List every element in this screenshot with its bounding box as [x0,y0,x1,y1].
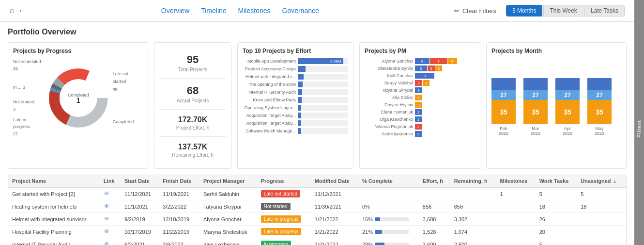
pm-bars-6: 3 [415,102,422,108]
top-navigation: ⌂ ← Overview Timeline Milestones Governa… [0,0,634,22]
page-title: Portfolio Overview [8,28,627,36]
cell-link-4[interactable]: 👁 [100,238,121,245]
progress-bg-2 [375,217,409,221]
cell-remaining-2: 3,302 [450,213,496,226]
col-finish-date[interactable]: Finish Date [159,175,199,187]
cell-milestones-1 [496,200,535,213]
cell-unassigned-2 [577,213,626,226]
cell-pct-0 [358,187,419,200]
top10-label-3: The opening of the store [243,82,296,87]
donut-chart: Completed 1 [47,66,109,130]
pm-bar-10-0: 2 [415,131,422,137]
top10-bars: Mobile App Development 0.08M Product Acc… [243,58,348,134]
month-bar-2: 27 35 [555,78,580,124]
col-link[interactable]: Link [100,175,121,187]
label-not-started-val: 3 [13,106,44,113]
cell-progress-3: Late in progress [257,226,311,238]
col-project-name[interactable]: Project Name [8,175,100,187]
main-content: Portfolio Overview Projects by Progress … [0,22,634,245]
col-pct-complete[interactable]: % Complete [358,175,419,187]
top10-label-4: Internal IT Security Audit [243,90,296,95]
nav-overview[interactable]: Overview [161,7,189,15]
month-col-0: 27 35 Feb2022 [491,78,516,136]
pm-name-5: Alla Stoliar [365,95,413,100]
cell-link-1[interactable]: 👁 [100,200,121,213]
top10-label-1: Product Accessory Design [243,66,296,71]
cell-name-1: Heating system for helmets [8,200,100,213]
filters-label: Filters [636,120,642,138]
status-badge-1: Not started [261,203,291,210]
cell-link-3[interactable]: 👁 [100,226,121,238]
pm-bars-7: 2 [415,109,422,115]
link-icon-4[interactable]: 👁 [104,241,110,245]
pm-bars-10: 2 [415,131,422,137]
stat-remaining: 137.57K Remaining Effort, h [159,137,226,163]
col-tasks[interactable]: Work Tasks [536,175,577,187]
link-icon-2[interactable]: 👁 [104,215,110,223]
label-late-not-started: Late not started [113,70,143,85]
nav-timeline[interactable]: Timeline [201,7,226,15]
top10-row-8: Acquisition Target Analy... [243,120,348,126]
cell-link-2[interactable]: 👁 [100,213,121,226]
col-effort[interactable]: Effort, h [419,175,450,187]
top10-row-3: The opening of the store [243,82,348,87]
top10-label-7: Acquisition Target Analy... [243,113,296,118]
table-row: Internal IT Security Audit 👁 6/2/2021 3/… [8,238,626,245]
nav-governance[interactable]: Governance [282,7,319,15]
status-badge-0: Late not started [261,190,301,197]
filters-panel[interactable]: Filters [634,0,644,245]
col-start-date[interactable]: Start Date [121,175,159,187]
cell-finish-4: 3/8/2022 [159,238,199,245]
progress-chart-title: Projects by Progress [13,48,143,54]
cell-tasks-4: 5 [536,238,577,245]
col-modified[interactable]: Modified Date [311,175,358,187]
clear-filters-icon: ✏ [454,7,460,15]
top10-label-2: Helmet with integrated s... [243,74,296,79]
month-seg-1-bot: 35 [523,100,548,124]
cell-pct-4: 28% [358,238,419,245]
cell-progress-0: Late not started [257,187,311,200]
pm-bars-3: 3 2 [415,80,429,86]
clear-filters-button[interactable]: ✏ Clear Filters [454,7,496,15]
filter-late-tasks[interactable]: Late Tasks [584,5,625,16]
month-seg-3-top [587,78,612,90]
cell-modified-3: 1/21/2022 [311,226,358,238]
month-col-1: 27 35 Mar2022 [523,78,548,136]
nav-links: Overview Timeline Milestones Governance [36,7,445,15]
home-icon[interactable]: ⌂ [10,6,15,15]
cell-name-2: Helmet with integrated sunvisor [8,213,100,226]
cell-effort-3: 1,528 [419,226,450,238]
month-seg-3-mid: 27 [587,90,612,100]
pm-name-8: Olga Kravchenko [365,117,413,122]
cell-start-0: 11/12/2021 [121,187,159,200]
col-milestones[interactable]: Milestones [496,175,535,187]
link-icon-1[interactable]: 👁 [104,203,110,210]
col-unassigned[interactable]: Unassigned ▲ [577,175,626,187]
col-remaining[interactable]: Remaining, h [450,175,496,187]
cell-name-3: Hospital Facility Planning [8,226,100,238]
filter-3months[interactable]: 3 Months [506,5,542,16]
stat-total-label: Total Projects [163,67,222,72]
cell-progress-2: Late in progress [257,213,311,226]
month-bar-1: 27 35 [523,78,548,124]
progress-fill-3 [375,230,382,234]
top10-fill-2 [298,74,304,80]
stat-effort-number: 172.70K [163,115,222,124]
stat-actual-label: Actual Projects [163,98,222,103]
month-panel: Projects by Month 27 35 Feb2022 [486,42,627,169]
progress-bg-3 [375,230,409,234]
month-label-0: Feb2022 [499,126,508,136]
top10-label-9: Software Patch Manage... [243,129,296,133]
pm-row-10: Andrii Ignatenko 2 [365,131,475,137]
cell-progress-1: Not started [257,200,311,213]
cell-link-0[interactable]: 👁 [100,187,121,200]
link-icon-0[interactable]: 👁 [104,190,110,197]
month-seg-1-mid: 27 [523,90,548,100]
nav-milestones[interactable]: Milestones [238,7,271,15]
back-icon[interactable]: ← [18,6,26,15]
link-icon-3[interactable]: 👁 [104,228,110,235]
col-pm[interactable]: Project Manager [199,175,257,187]
col-progress[interactable]: Progress [257,175,311,187]
cell-unassigned-3 [577,226,626,238]
filter-this-week[interactable]: This Week [543,5,583,16]
